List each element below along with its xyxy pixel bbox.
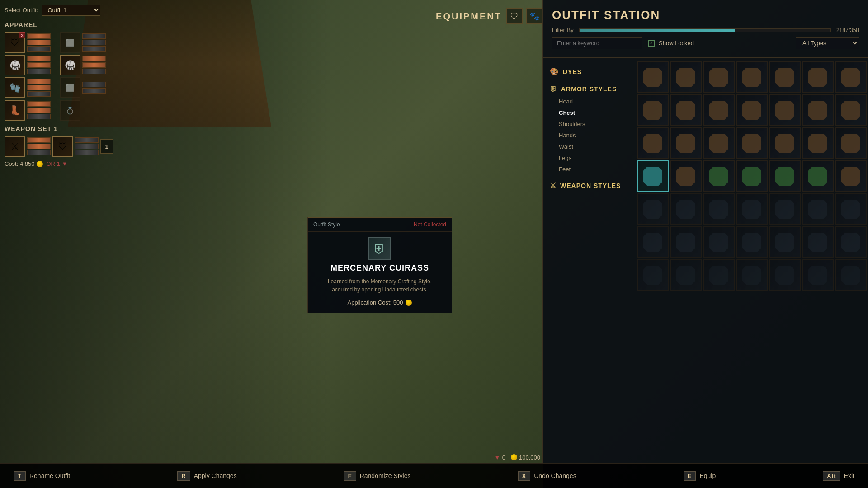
grid-item-3[interactable] [703,61,735,93]
grid-item-9[interactable] [670,94,702,126]
grid-item-37[interactable] [670,226,702,258]
wcb2-2[interactable] [75,144,99,149]
grid-item-23[interactable] [670,160,702,192]
grid-item-29[interactable] [637,193,669,225]
grid-item-4[interactable] [736,61,768,93]
undo-action[interactable]: X Undo Changes [518,471,576,481]
grid-item-49[interactable] [835,259,867,291]
grid-item-25[interactable] [736,160,768,192]
color-bar-g[interactable] [27,56,51,61]
nav-armor-header[interactable]: ⛨ ARMOR STYLES [543,82,633,96]
wcb-1[interactable] [27,137,51,143]
search-input[interactable] [552,37,642,49]
color-bar-c[interactable] [27,46,51,52]
apply-action[interactable]: R Apply Changes [177,471,236,481]
grid-item-20[interactable] [802,127,834,159]
grid-item-32[interactable] [736,193,768,225]
grid-item-14[interactable] [835,94,867,126]
grid-item-17[interactable] [703,127,735,159]
grid-item-1[interactable] [637,61,669,93]
grid-item-28[interactable] [835,160,867,192]
wcb2-1[interactable] [75,137,99,143]
type-filter-dropdown[interactable]: All Types [796,37,859,49]
eq-icon-head[interactable]: 🐾 [526,8,542,24]
apparel-item-2[interactable]: ⬜ [60,32,80,53]
exit-action[interactable]: Alt Exit [823,471,854,481]
grid-item-42[interactable] [835,226,867,258]
grid-item-38[interactable] [703,226,735,258]
nav-item-legs[interactable]: Legs [543,152,633,164]
weapon-item-1[interactable]: ⚔ [5,136,25,157]
nav-item-chest[interactable]: Chest [543,107,633,118]
color-bar-n[interactable] [27,85,51,90]
grid-item-18[interactable] [736,127,768,159]
grid-item-44[interactable] [670,259,702,291]
color-bar-a[interactable] [27,33,51,39]
color-bar-e[interactable] [82,40,106,45]
grid-item-selected[interactable] [637,160,669,192]
grid-item-39[interactable] [736,226,768,258]
apparel-item-5[interactable]: 🧤 [5,77,25,98]
apparel-item-1[interactable]: 🛡 x [5,32,25,53]
grid-item-11[interactable] [736,94,768,126]
grid-item-47[interactable] [769,259,801,291]
grid-item-8[interactable] [637,94,669,126]
wcb-3[interactable] [27,150,51,155]
color-bar-m[interactable] [27,79,51,84]
grid-item-26[interactable] [769,160,801,192]
grid-item-19[interactable] [769,127,801,159]
grid-item-15[interactable] [637,127,669,159]
grid-item-41[interactable] [802,226,834,258]
equip-action[interactable]: E Equip [684,471,716,481]
color-bar-b[interactable] [27,40,51,45]
grid-item-21[interactable] [835,127,867,159]
grid-item-36[interactable] [637,226,669,258]
apparel-item-8[interactable]: 💍 [60,100,80,121]
apparel-item-3[interactable]: 🥋 [5,55,25,75]
grid-item-27[interactable] [802,160,834,192]
grid-item-12[interactable] [769,94,801,126]
grid-item-35[interactable] [835,193,867,225]
color-bar-q[interactable] [82,88,106,94]
grid-item-34[interactable] [802,193,834,225]
grid-item-46[interactable] [736,259,768,291]
grid-item-31[interactable] [703,193,735,225]
grid-item-5[interactable] [769,61,801,93]
rename-action[interactable]: T Rename Outfit [14,471,70,481]
nav-item-shoulders[interactable]: Shoulders [543,118,633,130]
apparel-item-6[interactable]: ⬜ [60,77,80,98]
randomize-action[interactable]: F Randomize Styles [344,471,411,481]
grid-item-48[interactable] [802,259,834,291]
nav-item-feet[interactable]: Feet [543,164,633,175]
color-bar-s[interactable] [27,108,51,113]
wcb2-3[interactable] [75,150,99,155]
color-bar-o[interactable] [27,91,51,97]
grid-item-7[interactable] [835,61,867,93]
nav-weapon-header[interactable]: ⚔ WEAPON STYLES [543,178,633,192]
grid-item-45[interactable] [703,259,735,291]
color-bar-j[interactable] [82,56,106,61]
nav-item-head[interactable]: Head [543,96,633,107]
grid-item-10[interactable] [703,94,735,126]
wcb-2[interactable] [27,144,51,149]
color-bar-h[interactable] [27,62,51,68]
eq-icon-shield[interactable]: 🛡 [506,8,523,24]
outfit-dropdown[interactable]: Outfit 1 [42,5,100,16]
nav-item-hands[interactable]: Hands [543,130,633,141]
unequip-badge-1[interactable]: x [19,32,25,38]
show-locked-checkbox[interactable]: ✓ [648,40,655,47]
color-bar-t[interactable] [27,114,51,119]
color-bar-r[interactable] [27,101,51,107]
color-bar-p[interactable] [82,82,106,87]
color-bar-f[interactable] [82,46,106,52]
grid-item-33[interactable] [769,193,801,225]
grid-item-24[interactable] [703,160,735,192]
color-bar-i[interactable] [27,69,51,74]
grid-item-40[interactable] [769,226,801,258]
color-bar-k[interactable] [82,62,106,68]
color-bar-l[interactable] [82,69,106,74]
nav-item-waist[interactable]: Waist [543,141,633,152]
grid-item-2[interactable] [670,61,702,93]
grid-item-13[interactable] [802,94,834,126]
grid-item-6[interactable] [802,61,834,93]
